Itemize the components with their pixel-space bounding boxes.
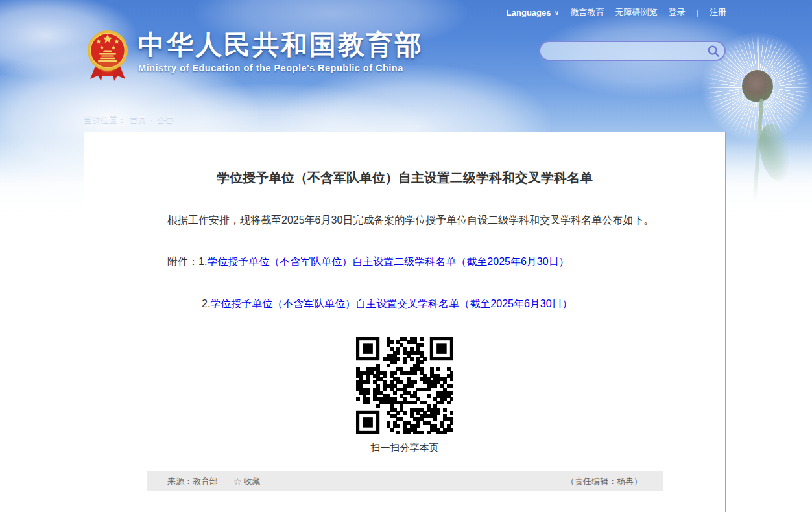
- qr-wrap: [84, 337, 725, 437]
- article-paragraph: 根据工作安排，现将截至2025年6月30日完成备案的学位授予单位自设二级学科和交…: [147, 214, 663, 227]
- search-input[interactable]: [540, 42, 702, 60]
- attachment-line-2: 2.学位授予单位（不含军队单位）自主设置交叉学科名单（截至2025年6月30日）: [147, 297, 663, 310]
- page: { "top_nav": { "languages_label": "Langu…: [0, 0, 812, 512]
- attachment-2-index: 2.: [202, 298, 210, 309]
- breadcrumb-home-link[interactable]: 首页: [130, 114, 147, 126]
- site-brand[interactable]: 中华人民共和国教育部 Ministry of Education of the …: [86, 29, 424, 84]
- chevron-down-icon: ∨: [554, 9, 559, 16]
- search-icon: [707, 45, 720, 58]
- star-outline-icon: ☆: [233, 476, 242, 487]
- breadcrumb-current-link[interactable]: 公告: [157, 114, 174, 126]
- search-bar: [539, 41, 726, 61]
- attachment-1-link[interactable]: 学位授予单位（不含军队单位）自主设置二级学科名单（截至2025年6月30日）: [207, 256, 569, 267]
- site-title: 中华人民共和国教育部: [138, 31, 424, 59]
- favorite-label: 收藏: [244, 476, 261, 487]
- languages-label: Languages: [507, 8, 551, 17]
- nav-item-register[interactable]: 注册: [710, 6, 726, 18]
- nav-item-weiyan-jiaoyu[interactable]: 微言教育: [571, 6, 604, 18]
- article-title: 学位授予单位（不含军队单位）自主设置二级学科和交叉学科名单: [84, 169, 725, 187]
- source-label: 来源：教育部: [167, 476, 218, 487]
- meta-left: 来源：教育部 ☆ 收藏: [167, 476, 261, 487]
- editor-label: （责任编辑：杨冉）: [566, 476, 642, 487]
- nav-item-login[interactable]: 登录: [669, 6, 686, 18]
- favorite-button[interactable]: ☆ 收藏: [233, 476, 261, 487]
- national-emblem-logo: [86, 29, 129, 84]
- article-card: 学位授予单位（不含军队单位）自主设置二级学科和交叉学科名单 根据工作安排，现将截…: [84, 132, 726, 512]
- qr-code: [356, 337, 453, 434]
- attachments-label: 附件：: [167, 256, 198, 267]
- article-meta-bar: 来源：教育部 ☆ 收藏 （责任编辑：杨冉）: [147, 471, 663, 491]
- attachment-line-1: 附件：1.学位授予单位（不含军队单位）自主设置二级学科名单（截至2025年6月3…: [147, 255, 663, 268]
- site-subtitle: Ministry of Education of the People's Re…: [138, 63, 424, 73]
- nav-separator: |: [697, 8, 699, 17]
- nav-item-accessibility[interactable]: 无障碍浏览: [615, 6, 658, 18]
- breadcrumb-separator-icon: ›: [150, 116, 153, 124]
- qr-caption: 扫一扫分享本页: [84, 442, 725, 454]
- languages-menu[interactable]: Languages ∨: [507, 8, 560, 17]
- breadcrumb: 当前位置： 首页 › 公告: [84, 114, 174, 126]
- breadcrumb-label: 当前位置：: [84, 114, 126, 126]
- brand-text: 中华人民共和国教育部 Ministry of Education of the …: [138, 29, 424, 73]
- search-button[interactable]: [702, 42, 724, 60]
- top-navigation: Languages ∨ 微言教育 无障碍浏览 登录 | 注册: [507, 6, 726, 18]
- attachment-2-link[interactable]: 学位授予单位（不含军队单位）自主设置交叉学科名单（截至2025年6月30日）: [210, 298, 572, 309]
- attachment-1-index: 1.: [198, 256, 207, 267]
